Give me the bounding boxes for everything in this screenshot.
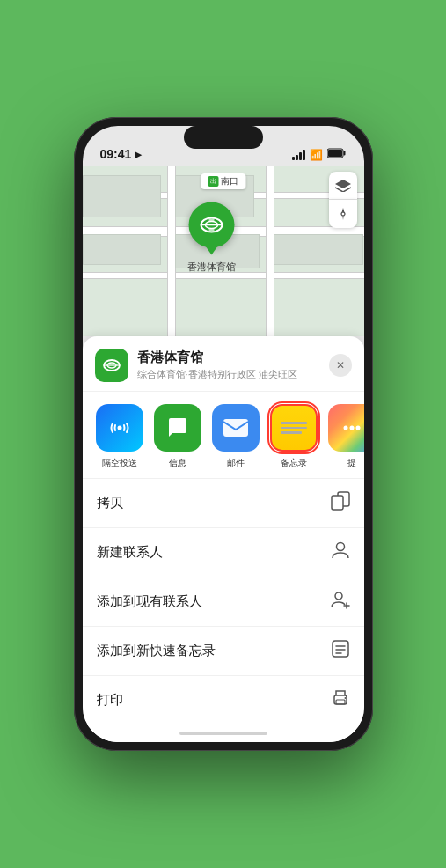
stadium-icon [199, 212, 225, 239]
phone-screen: 09:41 ▶ 📶 [83, 126, 364, 742]
person-icon [331, 541, 350, 564]
svg-point-22 [335, 592, 342, 600]
venue-info: 香港体育馆 综合体育馆·香港特别行政区 油尖旺区 [137, 349, 329, 381]
airdrop-label: 隔空投送 [102, 457, 137, 469]
svg-rect-1 [328, 150, 342, 157]
copy-icon [331, 491, 350, 515]
svg-point-18 [355, 426, 360, 430]
mail-label: 邮件 [227, 457, 245, 469]
map-road [266, 166, 274, 336]
bottom-sheet: 香港体育馆 综合体育馆·香港特别行政区 油尖旺区 ✕ [83, 336, 364, 742]
more-label: 提 [347, 457, 356, 469]
sheet-header: 香港体育馆 综合体育馆·香港特别行政区 油尖旺区 ✕ [83, 336, 364, 392]
action-copy-label: 拷贝 [97, 495, 123, 511]
more-icon [342, 418, 362, 438]
venue-icon [95, 349, 128, 382]
map-road [167, 166, 176, 336]
action-new-contact[interactable]: 新建联系人 [83, 528, 364, 577]
svg-rect-20 [332, 496, 343, 510]
svg-rect-25 [333, 641, 348, 657]
notes-lines-icon [281, 422, 307, 434]
map-layers-icon [335, 180, 351, 192]
home-indicator [83, 725, 364, 742]
action-add-contact-label: 添加到现有联系人 [97, 593, 202, 610]
pin-circle [189, 202, 235, 248]
time-display: 09:41 [100, 147, 132, 161]
svg-rect-15 [223, 419, 248, 437]
action-quick-notes[interactable]: 添加到新快速备忘录 [83, 627, 364, 676]
compass-icon [336, 207, 350, 221]
share-item-more[interactable]: 提 [324, 404, 364, 469]
action-list: 拷贝 新建联系人 [83, 479, 364, 725]
location-button[interactable] [329, 200, 357, 228]
phone-frame: 09:41 ▶ 📶 [74, 117, 373, 751]
share-item-mail[interactable]: 邮件 [208, 404, 264, 469]
home-bar [179, 732, 267, 735]
share-row: 隔空投送 信息 [83, 392, 364, 479]
action-add-contact[interactable]: 添加到现有联系人 [83, 577, 364, 627]
svg-point-21 [336, 543, 344, 551]
svg-point-14 [117, 426, 121, 430]
svg-point-10 [341, 212, 345, 216]
close-button[interactable]: ✕ [329, 354, 352, 377]
quick-note-icon [331, 639, 350, 663]
message-icon [165, 416, 190, 439]
map-controls [329, 172, 357, 228]
action-new-contact-label: 新建联系人 [97, 544, 163, 561]
venue-subtitle: 综合体育馆·香港特别行政区 油尖旺区 [137, 368, 329, 381]
printer-icon [331, 688, 350, 712]
svg-rect-6 [209, 219, 215, 222]
person-add-icon [331, 590, 350, 614]
venue-name: 香港体育馆 [137, 349, 329, 366]
airdrop-icon [108, 416, 131, 439]
svg-rect-2 [343, 151, 345, 156]
battery-icon [327, 148, 347, 161]
message-label: 信息 [169, 457, 186, 469]
map-block [83, 175, 162, 217]
map-view-button[interactable] [329, 172, 357, 200]
more-icon-wrap [328, 404, 364, 452]
action-print[interactable]: 打印 [83, 676, 364, 725]
venue-logo-icon [101, 355, 122, 376]
share-item-airdrop[interactable]: 隔空投送 [91, 404, 148, 469]
airdrop-icon-wrap [96, 404, 143, 452]
svg-rect-7 [209, 229, 215, 232]
status-icons: 📶 [292, 148, 347, 161]
signal-bars-icon [292, 150, 305, 160]
close-icon: ✕ [336, 359, 345, 371]
action-quick-notes-label: 添加到新快速备忘录 [97, 643, 216, 659]
svg-point-16 [343, 426, 347, 430]
map-block [83, 234, 162, 265]
share-item-message[interactable]: 信息 [150, 404, 206, 469]
location-type-icon: 出 [208, 176, 218, 187]
dynamic-island [184, 126, 263, 149]
message-icon-wrap [154, 404, 201, 452]
notes-label: 备忘录 [281, 457, 307, 469]
action-print-label: 打印 [97, 692, 123, 709]
notes-icon-wrap [270, 404, 318, 452]
wifi-icon: 📶 [310, 149, 323, 161]
mail-icon [223, 418, 249, 438]
mail-icon-wrap [212, 404, 260, 452]
pin-label: 香港体育馆 [187, 261, 236, 274]
map-location-label: 出 南口 [201, 173, 245, 189]
map-pin: 香港体育馆 [187, 202, 236, 274]
action-copy[interactable]: 拷贝 [83, 479, 364, 528]
map-block [274, 234, 363, 265]
map-area[interactable]: 出 南口 香港体育馆 [83, 166, 364, 336]
svg-point-31 [344, 697, 346, 699]
location-arrow-icon: ▶ [135, 150, 142, 159]
share-item-notes[interactable]: 备忘录 [266, 404, 322, 469]
status-time: 09:41 ▶ [100, 147, 143, 161]
svg-point-17 [349, 426, 354, 430]
